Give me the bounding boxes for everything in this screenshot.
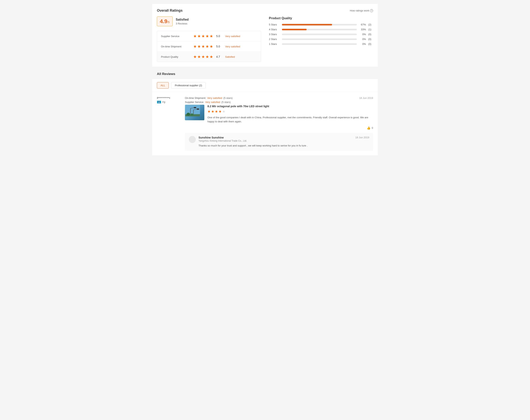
score-area: 4.9/5 Satisfied 3 Reviews xyxy=(157,16,261,26)
star-3: ★ xyxy=(201,34,205,39)
quality-track-3 xyxy=(282,34,357,35)
star-5: ★ xyxy=(210,34,213,39)
quality-percent-5: 67% xyxy=(359,23,366,26)
quality-fill-5 xyxy=(282,24,332,26)
score-label-area: Satisfied 3 Reviews xyxy=(176,18,189,25)
helpful-count: 0 xyxy=(372,126,373,129)
shipment-status: Very satisfied xyxy=(207,97,222,99)
meta-service: Supplier Service: Very satisfied (5 star… xyxy=(185,101,233,104)
reviewer-info: P***********r 🇫🇯 Fiji xyxy=(157,97,180,151)
stars-quality: ★ ★ ★ ★ ★ xyxy=(193,54,213,59)
svg-rect-6 xyxy=(197,109,199,110)
star-1: ★ xyxy=(193,34,197,39)
p-star-5: ★ xyxy=(222,109,225,114)
star-5: ★ xyxy=(210,54,213,59)
reviews-count: 3 Reviews xyxy=(176,22,189,25)
rating-rows: Supplier Service ★ ★ ★ ★ ★ 5.0 Very sati… xyxy=(157,31,261,62)
star-3: ★ xyxy=(201,54,205,59)
quality-bar-5stars: 5 Stars 67% (2) xyxy=(269,23,373,26)
quality-label-2: 2 Stars xyxy=(269,38,280,41)
quality-fill-4 xyxy=(282,29,307,30)
how-ratings-work-link[interactable]: How ratings work ? xyxy=(350,9,373,12)
how-ratings-work-text: How ratings work xyxy=(350,9,369,12)
satisfied-label: Satisfied xyxy=(176,18,189,21)
p-star-4: ★ xyxy=(219,109,222,114)
quality-track-4 xyxy=(282,29,357,30)
review-top: P***********r 🇫🇯 Fiji On-time Shipment: … xyxy=(157,97,373,151)
helpful-button[interactable]: 👍 0 xyxy=(367,126,373,130)
all-reviews-header: All Reviews xyxy=(152,69,378,79)
ratings-right: Product Quality 5 Stars 67% (2) 4 Stars … xyxy=(269,16,373,62)
filter-professional-supplier[interactable]: Professional supplier (2) xyxy=(171,82,206,89)
quality-percent-3: 0% xyxy=(359,33,366,36)
shipment-label: On-time Shipment: xyxy=(185,97,206,99)
review-product-area: 8.2 Mtr octagonal pole with 70w LED stre… xyxy=(185,105,373,124)
quality-label-3: 3 Stars xyxy=(269,33,280,36)
star-2: ★ xyxy=(197,34,201,39)
meta-shipment: On-time Shipment: Very satisfied (5 star… xyxy=(185,97,233,99)
reply-name: Sunshine Sunshine xyxy=(199,136,247,139)
star-4: ★ xyxy=(206,44,209,49)
stars-shipment: ★ ★ ★ ★ ★ xyxy=(193,44,213,49)
rating-label-quality: Product Quality xyxy=(161,55,190,58)
verdict-supplier: Very satisfied xyxy=(225,35,240,38)
review-reply: Sunshine Sunshine Yangzhou Xintong Inter… xyxy=(185,133,373,151)
svg-point-8 xyxy=(187,113,190,116)
p-star-1: ★ xyxy=(207,109,211,114)
star-4: ★ xyxy=(206,34,209,39)
product-thumbnail xyxy=(185,105,204,120)
stars-supplier: ★ ★ ★ ★ ★ xyxy=(193,34,213,39)
ratings-content: 4.9/5 Satisfied 3 Reviews Supplier Servi… xyxy=(157,16,373,62)
rating-row-supplier-service: Supplier Service ★ ★ ★ ★ ★ 5.0 Very sati… xyxy=(157,31,261,41)
reviewer-location: 🇫🇯 Fiji xyxy=(157,101,180,104)
score-denom: /5 xyxy=(167,21,170,24)
quality-bar-4stars: 4 Stars 33% (1) xyxy=(269,28,373,31)
reply-company: Yangzhou Xintong International Trade Co.… xyxy=(199,140,247,142)
reply-header: Sunshine Sunshine Yangzhou Xintong Inter… xyxy=(199,136,369,142)
verdict-quality: Satisfied xyxy=(225,55,235,58)
ratings-left: 4.9/5 Satisfied 3 Reviews Supplier Servi… xyxy=(157,16,261,62)
svg-rect-3 xyxy=(194,107,196,108)
product-info: 8.2 Mtr octagonal pole with 70w LED stre… xyxy=(207,105,373,124)
thumbs-up-icon: 👍 xyxy=(367,126,370,130)
review-meta: On-time Shipment: Very satisfied (5 star… xyxy=(185,97,233,105)
info-circle-icon: ? xyxy=(370,9,373,12)
service-label: Supplier Service: xyxy=(185,101,204,104)
review-footer: 👍 0 xyxy=(185,126,373,130)
star-2: ★ xyxy=(197,44,201,49)
reply-date: 18 Jun 2019 xyxy=(355,136,369,142)
quality-percent-1: 0% xyxy=(359,42,366,45)
quality-bar-3stars: 3 Stars 0% (0) xyxy=(269,33,373,36)
service-stars: (5 stars) xyxy=(221,101,231,104)
score-value: 4.9 xyxy=(160,18,167,24)
quality-count-1: (0) xyxy=(368,42,373,45)
star-2: ★ xyxy=(197,54,201,59)
reply-avatar xyxy=(189,136,196,143)
score-box: 4.9/5 xyxy=(157,16,173,26)
review-date: 18 Jun 2019 xyxy=(359,97,373,99)
reply-name-area: Sunshine Sunshine Yangzhou Xintong Inter… xyxy=(199,136,247,142)
quality-track-1 xyxy=(282,43,357,45)
quality-label-4: 4 Stars xyxy=(269,28,280,31)
rating-row-quality: Product Quality ★ ★ ★ ★ ★ 4.7 Satisfied xyxy=(157,52,261,62)
verdict-shipment: Very satisfied xyxy=(225,45,240,48)
score-shipment: 5.0 xyxy=(216,45,222,48)
quality-bar-1star: 1 Stars 0% (0) xyxy=(269,42,373,45)
p-star-2: ★ xyxy=(211,109,214,114)
p-star-3: ★ xyxy=(215,109,218,114)
service-status: Very satisfied xyxy=(205,101,220,104)
section-header: Overall Ratings How ratings work ? xyxy=(157,9,373,13)
rating-label-shipment: On-time Shipment xyxy=(161,45,190,48)
shipment-stars: (5 stars) xyxy=(223,97,233,99)
overall-ratings-section: Overall Ratings How ratings work ? 4.9/5… xyxy=(152,4,378,67)
reviews-filters: ALL Professional supplier (2) xyxy=(152,79,378,92)
score-supplier: 5.0 xyxy=(216,35,222,38)
review-text: One of the good companies I dealt with i… xyxy=(207,116,373,124)
score-quality: 4.7 xyxy=(216,55,222,58)
reviewer-name: P***********r xyxy=(157,97,180,99)
quality-title: Product Quality xyxy=(269,16,373,20)
filter-all[interactable]: ALL xyxy=(157,82,169,89)
rating-row-shipment: On-time Shipment ★ ★ ★ ★ ★ 5.0 Very sati… xyxy=(157,41,261,52)
quality-bar-2stars: 2 Stars 0% (0) xyxy=(269,38,373,41)
flag-icon: 🇫🇯 xyxy=(157,101,161,104)
